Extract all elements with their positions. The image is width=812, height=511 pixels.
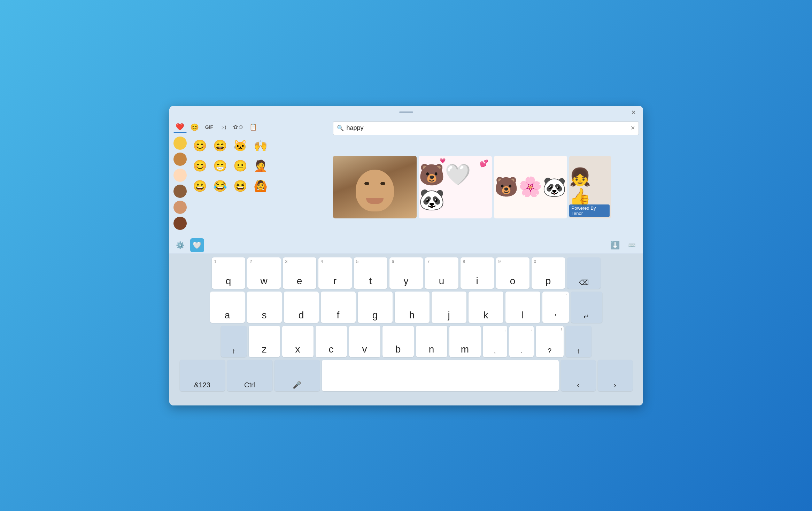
- emoji-laugh[interactable]: 😂: [211, 177, 229, 195]
- tab-kaomoji2[interactable]: ;-): [217, 121, 231, 133]
- drag-handle: [399, 111, 413, 113]
- keyboard-row-4: &123 Ctrl 🎤 ‹ ›: [174, 360, 638, 391]
- key-colon-period[interactable]: : .: [509, 326, 534, 357]
- emoji-neutral[interactable]: 😐: [231, 157, 249, 175]
- key-h[interactable]: h: [395, 292, 430, 323]
- key-j[interactable]: j: [432, 292, 466, 323]
- emoji-grid: 😊 😄 🐱 🙌 😊 😁 😐 🤦 😀 😂 😆 🙆: [191, 135, 270, 237]
- keyboard-row-2: a s d f g h j k l: [174, 292, 638, 323]
- key-backspace[interactable]: ⌫: [567, 257, 601, 289]
- key-x[interactable]: x: [282, 326, 314, 357]
- key-f[interactable]: f: [321, 292, 356, 323]
- emoji-raised-hands[interactable]: 🙌: [252, 137, 270, 155]
- key-q[interactable]: 1 q: [212, 257, 245, 289]
- gif-bears-hug[interactable]: 🐻🤍🐼 💕 💗: [419, 156, 492, 218]
- skin-tone-darkest[interactable]: [173, 217, 187, 230]
- key-u[interactable]: 7 u: [425, 257, 458, 289]
- key-y[interactable]: 6 y: [389, 257, 423, 289]
- skin-tone-dark[interactable]: [173, 185, 187, 198]
- key-numbers[interactable]: &123: [180, 360, 225, 391]
- tab-gif[interactable]: GIF: [203, 121, 216, 133]
- tab-bar: ❤️ 😊 GIF ;-) ✿☺ 📋: [173, 120, 330, 135]
- key-semicolon-comma[interactable]: ; ,: [483, 326, 507, 357]
- skin-tone-yellow[interactable]: [173, 137, 187, 150]
- search-input[interactable]: [347, 124, 631, 132]
- skin-tone-medium[interactable]: [173, 201, 187, 214]
- search-icon: 🔍: [337, 125, 344, 131]
- key-quote[interactable]: " ': [542, 292, 569, 323]
- key-ctrl[interactable]: Ctrl: [227, 360, 272, 391]
- key-shift-right[interactable]: ↑: [566, 326, 591, 357]
- skin-tone-tan[interactable]: [173, 153, 187, 166]
- tab-clipboard[interactable]: 📋: [247, 121, 260, 133]
- key-m[interactable]: m: [449, 326, 481, 357]
- emoji-grid-area: 😊 😄 🐱 🙌 😊 😁 😐 🤦 😀 😂 😆 🙆: [173, 135, 330, 237]
- key-b[interactable]: b: [382, 326, 414, 357]
- tab-symbols[interactable]: ✿☺: [232, 121, 245, 133]
- gif-baby[interactable]: [333, 156, 417, 218]
- tab-kaomoji[interactable]: ❤️: [173, 121, 187, 133]
- skin-tone-selector: [173, 135, 188, 237]
- key-z[interactable]: z: [249, 326, 280, 357]
- top-panel: ❤️ 😊 GIF ;-) ✿☺ 📋: [169, 118, 643, 237]
- emoji-happy[interactable]: 😀: [191, 177, 209, 195]
- key-shift-left[interactable]: ↑: [221, 326, 247, 357]
- powered-by-tenor: Powered By Tenor: [569, 204, 610, 217]
- emoji-grinning[interactable]: 😊: [191, 137, 209, 155]
- emoji-cat[interactable]: 🐱: [231, 137, 249, 155]
- title-bar: ✕: [169, 106, 643, 118]
- kaomoji-button[interactable]: 🤍: [190, 238, 204, 252]
- key-r[interactable]: 4 r: [318, 257, 352, 289]
- key-a[interactable]: a: [210, 292, 245, 323]
- key-i[interactable]: 8 i: [461, 257, 494, 289]
- emoji-xd[interactable]: 😆: [231, 177, 249, 195]
- key-o[interactable]: 9 o: [496, 257, 529, 289]
- gif-child-thumbsup[interactable]: 👧👍 Powered By Tenor: [569, 156, 611, 218]
- key-s[interactable]: s: [247, 292, 282, 323]
- key-l[interactable]: l: [505, 292, 540, 323]
- key-microphone[interactable]: 🎤: [274, 360, 320, 391]
- settings-button[interactable]: ⚙️: [173, 238, 187, 252]
- tab-emoji[interactable]: 😊: [188, 121, 201, 133]
- key-w[interactable]: 2 w: [247, 257, 281, 289]
- key-exclaim-question[interactable]: ! ?: [536, 326, 564, 357]
- emoji-keyboard-window: ✕ ❤️ 😊 GIF ;-) ✿☺ 📋: [169, 106, 643, 405]
- left-section: ❤️ 😊 GIF ;-) ✿☺ 📋: [173, 120, 330, 237]
- emoji-smile[interactable]: 😊: [191, 157, 209, 175]
- key-enter[interactable]: ↵: [571, 292, 602, 323]
- emoji-facepalm[interactable]: 🤦: [252, 157, 270, 175]
- search-bar[interactable]: 🔍 ✕: [333, 121, 639, 135]
- key-arrow-right[interactable]: ›: [598, 360, 633, 391]
- keyboard-row-1: 1 q 2 w 3 e 4 r 5 t 6 y: [174, 257, 638, 289]
- emoji-grin[interactable]: 😄: [211, 137, 229, 155]
- key-n[interactable]: n: [416, 326, 447, 357]
- keyboard-row-3: ↑ z x c v b n m ;: [174, 326, 638, 357]
- key-p[interactable]: 0 p: [532, 257, 565, 289]
- search-clear-button[interactable]: ✕: [631, 125, 635, 131]
- gif-bears-cheer[interactable]: 🐻🌸🐼: [494, 156, 567, 218]
- key-arrow-left[interactable]: ‹: [561, 360, 596, 391]
- key-d[interactable]: d: [284, 292, 319, 323]
- key-space[interactable]: [322, 360, 559, 391]
- gif-scroll-area: 🐻🤍🐼 💕 💗 🐻🌸🐼 👧👍: [333, 139, 639, 235]
- keyboard-icon[interactable]: ⌨️: [625, 238, 639, 252]
- keyboard-area: 1 q 2 w 3 e 4 r 5 t 6 y: [169, 254, 643, 405]
- key-e[interactable]: 3 e: [283, 257, 316, 289]
- gif-section: 🔍 ✕: [330, 120, 639, 237]
- emoji-ok-woman[interactable]: 🙆: [252, 177, 270, 195]
- gif-row: 🐻🤍🐼 💕 💗 🐻🌸🐼 👧👍: [333, 156, 639, 218]
- emoji-grinning2[interactable]: 😁: [211, 157, 229, 175]
- key-t[interactable]: 5 t: [354, 257, 387, 289]
- download-button[interactable]: ⬇️: [608, 238, 622, 252]
- skin-tone-light[interactable]: [173, 169, 187, 182]
- key-c[interactable]: c: [316, 326, 347, 357]
- bottom-toolbar: ⚙️ 🤍 ⬇️ ⌨️: [169, 237, 643, 254]
- close-button[interactable]: ✕: [630, 109, 637, 116]
- key-g[interactable]: g: [358, 292, 393, 323]
- key-k[interactable]: k: [469, 292, 503, 323]
- key-v[interactable]: v: [349, 326, 380, 357]
